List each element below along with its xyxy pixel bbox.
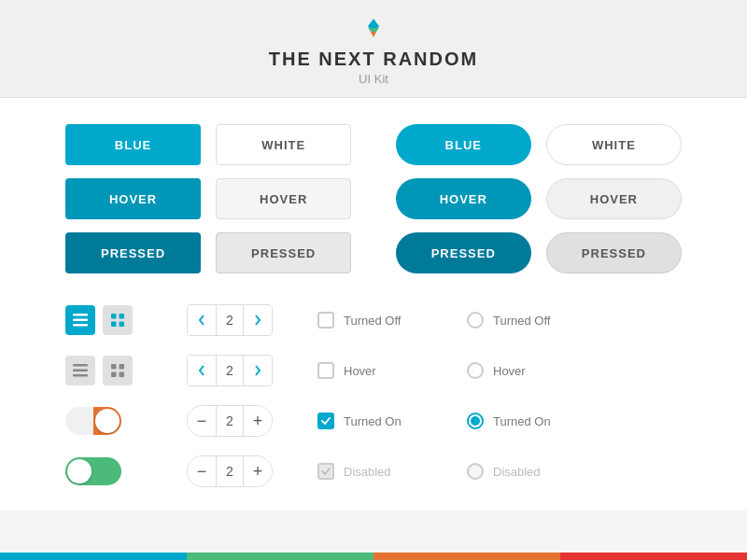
stepper-val-3: 2 — [216, 406, 244, 436]
btn-square-pressed-blue[interactable]: PRESSED — [65, 232, 201, 273]
grid-icon — [111, 314, 124, 327]
checkbox-disabled-label: Disabled — [344, 465, 391, 479]
stepper-box-2: 2 — [187, 355, 273, 386]
bar-orange — [374, 553, 560, 560]
radio-off[interactable] — [467, 312, 484, 329]
checkbox-hover[interactable] — [317, 362, 334, 379]
controls-section: OFF ON 2 — [65, 300, 682, 492]
svg-rect-8 — [111, 322, 117, 328]
check-row-hover: Hover — [317, 350, 458, 391]
check-row-disabled: Disabled — [317, 451, 458, 492]
svg-rect-3 — [73, 314, 88, 316]
grid-icon-button-grey[interactable] — [103, 356, 133, 385]
radio-off-label: Turned Off — [493, 314, 550, 328]
radio-disabled-label: Disabled — [493, 465, 541, 479]
stepper-minus-1[interactable]: − — [188, 405, 216, 437]
stepper-next-1[interactable] — [244, 304, 272, 336]
bar-green — [187, 553, 374, 560]
app-subtitle: UI Kit — [0, 72, 747, 86]
list-icon-button-grey[interactable] — [65, 356, 95, 385]
bar-red — [560, 553, 747, 560]
radio-row-off: Turned Off — [467, 300, 607, 341]
btn-square-white[interactable]: WHITE — [216, 124, 351, 165]
radio-row-on: Turned On — [467, 400, 607, 441]
stepper-prev-1[interactable] — [188, 304, 216, 336]
toggle-on[interactable]: ON — [65, 457, 121, 485]
steppers-col: 2 2 — [187, 300, 308, 492]
svg-rect-15 — [111, 372, 117, 378]
stepper-row-4: − 2 + — [187, 451, 308, 492]
btn-pill-hover-white[interactable]: HOVER — [546, 178, 682, 219]
btn-pill-hover-blue[interactable]: HOVER — [396, 178, 531, 219]
button-row-1: BLUE WHITE BLUE WHITE — [65, 124, 682, 165]
toggle-on-label: ON — [73, 467, 87, 476]
radio-on[interactable] — [467, 413, 484, 429]
checkboxes-col: Turned Off Hover Turned On — [308, 300, 458, 492]
checkmark-icon — [321, 417, 331, 425]
btn-square-hover-blue[interactable]: HOVER — [65, 178, 201, 219]
checkbox-hover-label: Hover — [344, 364, 376, 378]
button-row-2: HOVER HOVER HOVER HOVER — [65, 178, 682, 219]
button-row-3: PRESSED PRESSED PRESSED PRESSED — [65, 232, 682, 273]
svg-rect-7 — [120, 314, 125, 319]
radio-row-hover: Hover — [467, 350, 607, 391]
check-row-off: Turned Off — [317, 300, 458, 341]
svg-rect-9 — [120, 322, 125, 328]
list-icon — [73, 314, 88, 327]
bottom-bar — [0, 553, 747, 560]
svg-rect-13 — [111, 364, 117, 370]
checkbox-off[interactable] — [317, 312, 334, 329]
radio-disabled — [467, 463, 484, 480]
stepper-box-round-1: − 2 + — [187, 405, 273, 437]
btn-square-pressed-white[interactable]: PRESSED — [216, 232, 351, 273]
radios-col: Turned Off Hover Turned On Disabled — [458, 300, 607, 492]
svg-rect-10 — [73, 364, 88, 367]
grid-icon-grey — [111, 364, 124, 377]
radio-hover-label: Hover — [493, 364, 526, 378]
svg-rect-11 — [73, 370, 88, 372]
toggle-on-row: ON — [65, 451, 187, 492]
svg-marker-2 — [371, 32, 376, 37]
logo-icon — [360, 17, 387, 43]
btn-pill-blue[interactable]: BLUE — [396, 124, 531, 165]
header: THE NEXT RANDOM UI Kit — [0, 0, 747, 98]
stepper-plus-2[interactable]: + — [244, 455, 272, 487]
svg-rect-5 — [73, 324, 88, 327]
radio-on-label: Turned On — [493, 414, 551, 428]
app-title: THE NEXT RANDOM — [0, 49, 747, 70]
check-row-on: Turned On — [317, 400, 458, 441]
svg-rect-4 — [73, 319, 88, 322]
stepper-box-round-2: − 2 + — [187, 455, 273, 487]
radio-row-disabled: Disabled — [467, 451, 607, 492]
svg-rect-12 — [73, 374, 88, 377]
stepper-row-3: − 2 + — [187, 400, 308, 441]
checkbox-off-label: Turned Off — [344, 314, 401, 328]
checkbox-disabled — [317, 463, 334, 480]
stepper-val-4: 2 — [216, 456, 244, 486]
toggle-off[interactable]: OFF — [65, 407, 121, 435]
btn-square-hover-white[interactable]: HOVER — [216, 178, 351, 219]
stepper-prev-2[interactable] — [188, 355, 216, 386]
stepper-row-1: 2 — [187, 300, 308, 341]
btn-pill-pressed-blue[interactable]: PRESSED — [396, 232, 531, 273]
list-icon-grey — [73, 364, 88, 377]
stepper-minus-2[interactable]: − — [188, 455, 216, 487]
grid-icon-button-active[interactable] — [103, 305, 133, 335]
main-content: BLUE WHITE BLUE WHITE HOVER HOVER HOVER … — [0, 98, 747, 511]
toggle-off-row: OFF — [65, 400, 187, 441]
btn-square-blue[interactable]: BLUE — [65, 124, 201, 165]
list-icon-button-active[interactable] — [65, 305, 95, 335]
btn-pill-pressed-white[interactable]: PRESSED — [546, 232, 682, 273]
stepper-val-1: 2 — [216, 305, 244, 335]
stepper-box-1: 2 — [187, 304, 273, 336]
stepper-plus-1[interactable]: + — [244, 405, 272, 437]
toggles-col: OFF ON — [65, 300, 187, 492]
svg-rect-16 — [120, 372, 125, 378]
checkbox-on[interactable] — [317, 413, 334, 429]
btn-pill-white[interactable]: WHITE — [546, 124, 682, 165]
stepper-row-2: 2 — [187, 350, 308, 391]
bar-blue — [0, 553, 187, 560]
svg-rect-6 — [111, 314, 117, 319]
stepper-next-2[interactable] — [244, 355, 272, 386]
radio-hover[interactable] — [467, 362, 484, 379]
